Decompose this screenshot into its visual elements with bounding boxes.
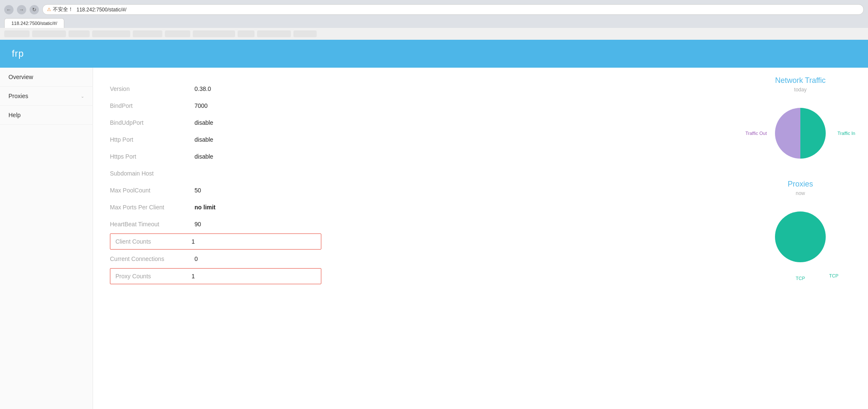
bookmark-2 <box>32 30 66 37</box>
value-maxpoolcount: 50 <box>194 187 201 194</box>
address-bar[interactable]: ⚠ 不安全！ 118.242:7500/static/#/ <box>42 4 864 15</box>
label-subdomain: Subdomain Host <box>110 170 194 177</box>
sidebar-item-help-label: Help <box>8 112 21 118</box>
value-httpsport: disable <box>194 153 213 160</box>
bookmark-3 <box>68 30 90 37</box>
bookmark-8 <box>238 30 255 37</box>
security-warning-icon: ⚠ <box>47 7 51 12</box>
active-tab[interactable]: 118.242:7500/static/#/ <box>4 18 64 28</box>
proxies-chart-section: Proxies now TCP TCP <box>745 180 855 282</box>
bookmark-9 <box>257 30 291 37</box>
sidebar-item-overview[interactable]: Overview <box>0 68 93 87</box>
browser-tabs: 118.242:7500/static/#/ <box>4 18 864 28</box>
traffic-out-label: Traffic Out <box>745 131 767 136</box>
sidebar-item-overview-label: Overview <box>8 74 33 80</box>
browser-chrome: ← → ↻ ⚠ 不安全！ 118.242:7500/static/#/ 118.… <box>0 0 868 28</box>
sidebar-item-help[interactable]: Help <box>0 106 93 125</box>
svg-point-0 <box>775 211 826 262</box>
label-heartbeat: HeartBeat Timeout <box>110 221 194 228</box>
label-maxports: Max Ports Per Client <box>110 204 194 211</box>
app-layout: Overview Proxies ⌄ Help Version 0.38.0 B… <box>0 68 868 409</box>
value-httpport: disable <box>194 136 213 143</box>
browser-toolbar: ← → ↻ ⚠ 不安全！ 118.242:7500/static/#/ <box>4 3 864 16</box>
app-header: frp <box>0 40 868 68</box>
value-maxports: no limit <box>194 204 216 211</box>
network-traffic-chart: Traffic Out Traffic In <box>745 99 855 167</box>
tcp-label-below: TCP <box>796 276 805 281</box>
value-bindudpport: disable <box>194 119 213 126</box>
label-version: Version <box>110 85 194 92</box>
bookmark-4 <box>92 30 130 37</box>
network-traffic-title: Network Traffic <box>745 76 855 85</box>
sidebar-item-proxies[interactable]: Proxies ⌄ <box>0 87 93 106</box>
traffic-pie-svg <box>773 106 828 161</box>
main-content: Version 0.38.0 BindPort 7000 BindUdpPort… <box>93 68 733 409</box>
info-row-heartbeat: HeartBeat Timeout 90 <box>110 216 321 233</box>
url-text: 不安全！ <box>53 6 73 13</box>
forward-button[interactable]: → <box>17 5 26 14</box>
sidebar: Overview Proxies ⌄ Help <box>0 68 93 409</box>
bookmark-5 <box>133 30 162 37</box>
app-title: frp <box>12 48 24 59</box>
proxies-chart-subtitle: now <box>745 190 855 196</box>
info-row-version: Version 0.38.0 <box>110 80 321 97</box>
info-row-httpsport: Https Port disable <box>110 148 321 165</box>
info-row-proxycounts: Proxy Counts 1 <box>110 268 321 284</box>
label-bindudpport: BindUdpPort <box>110 119 194 126</box>
label-connections: Current Connections <box>110 255 194 262</box>
value-proxycounts: 1 <box>192 273 195 280</box>
bookmark-1 <box>4 30 30 37</box>
network-traffic-section: Network Traffic today Traffic Out Traffi… <box>745 76 855 167</box>
info-row-connections: Current Connections 0 <box>110 250 321 267</box>
value-connections: 0 <box>194 255 198 262</box>
label-proxycounts: Proxy Counts <box>115 273 192 280</box>
label-httpsport: Https Port <box>110 153 194 160</box>
value-bindport: 7000 <box>194 102 208 109</box>
info-table: Version 0.38.0 BindPort 7000 BindUdpPort… <box>110 80 321 284</box>
info-row-maxports: Max Ports Per Client no limit <box>110 199 321 216</box>
back-button[interactable]: ← <box>4 5 14 14</box>
value-clientcounts: 1 <box>192 238 195 245</box>
info-row-httpport: Http Port disable <box>110 131 321 148</box>
proxies-chart: TCP <box>745 203 855 271</box>
info-row-bindport: BindPort 7000 <box>110 97 321 114</box>
value-version: 0.38.0 <box>194 85 211 92</box>
info-row-clientcounts: Client Counts 1 <box>110 233 321 250</box>
network-traffic-subtitle: today <box>745 87 855 93</box>
info-row-maxpoolcount: Max PoolCount 50 <box>110 182 321 199</box>
tab-label: 118.242:7500/static/#/ <box>11 21 57 26</box>
info-row-bindudpport: BindUdpPort disable <box>110 114 321 131</box>
label-clientcounts: Client Counts <box>115 238 192 245</box>
right-panel: Network Traffic today Traffic Out Traffi… <box>733 68 868 409</box>
bookmark-bar <box>0 28 868 40</box>
bookmark-6 <box>165 30 190 37</box>
sidebar-item-proxies-label: Proxies <box>8 93 28 99</box>
label-bindport: BindPort <box>110 102 194 109</box>
label-httpport: Http Port <box>110 136 194 143</box>
proxies-chart-title: Proxies <box>745 180 855 189</box>
chevron-down-icon: ⌄ <box>81 94 84 99</box>
reload-button[interactable]: ↻ <box>30 5 39 14</box>
bookmark-7 <box>193 30 235 37</box>
label-maxpoolcount: Max PoolCount <box>110 187 194 194</box>
info-row-subdomain: Subdomain Host <box>110 165 321 182</box>
traffic-in-label: Traffic In <box>838 131 855 136</box>
bookmark-10 <box>293 30 317 37</box>
tcp-label: TCP <box>829 273 838 278</box>
value-heartbeat: 90 <box>194 221 201 228</box>
url-address: 118.242:7500/static/#/ <box>77 7 126 13</box>
proxies-pie-svg <box>773 209 828 264</box>
